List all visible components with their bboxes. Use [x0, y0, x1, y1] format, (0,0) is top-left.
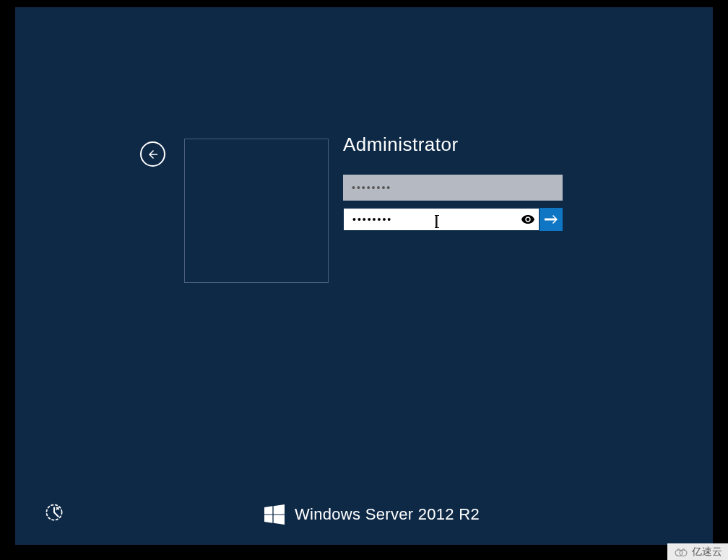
login-screen: Administrator Windows Server 2012 [15, 7, 713, 545]
ease-of-access-button[interactable] [44, 503, 64, 523]
ease-of-access-icon [45, 503, 64, 522]
arrow-right-icon [545, 214, 558, 224]
watermark-logo-icon [673, 546, 689, 558]
os-brand-text: Windows Server 2012 R2 [295, 505, 480, 524]
watermark: 亿速云 [667, 543, 728, 560]
password-input[interactable] [343, 175, 563, 201]
os-branding: Windows Server 2012 R2 [264, 504, 480, 525]
eye-icon [521, 214, 534, 224]
svg-point-3 [680, 550, 687, 556]
svg-point-2 [675, 550, 682, 556]
username-label: Administrator [343, 134, 459, 156]
submit-button[interactable] [540, 208, 563, 231]
watermark-text: 亿速云 [692, 546, 722, 559]
confirm-password-row [343, 208, 563, 231]
arrow-left-icon [147, 148, 160, 161]
user-avatar-placeholder [184, 139, 329, 283]
windows-logo-icon [264, 504, 285, 525]
reveal-password-button[interactable] [521, 212, 535, 227]
confirm-password-input[interactable] [343, 208, 540, 231]
back-button[interactable] [140, 141, 165, 167]
